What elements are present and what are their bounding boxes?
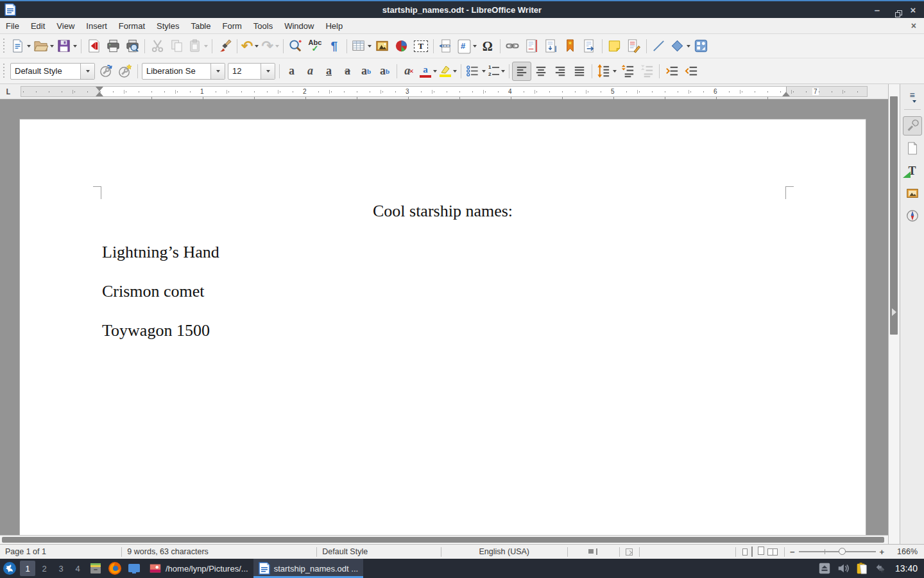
first-line-indent-marker[interactable] [96, 87, 103, 91]
firefox-launcher[interactable] [106, 560, 124, 577]
eject-icon[interactable] [818, 562, 831, 575]
menu-table[interactable]: Table [185, 19, 216, 33]
toolbar-grip[interactable] [2, 39, 6, 54]
clock[interactable]: 13:40 [893, 563, 918, 574]
file-manager-launcher[interactable] [87, 560, 105, 577]
show-draw-functions-button[interactable] [692, 37, 711, 56]
ruler-band[interactable]: 1 2 3 4 5 6 7 [21, 86, 868, 97]
task-button-pictures[interactable]: /home/lynp/Pictures/... [144, 559, 253, 578]
underline-button[interactable]: a [320, 62, 338, 81]
menu-file[interactable]: File [0, 19, 25, 33]
right-indent-marker[interactable] [782, 92, 790, 96]
print-button[interactable] [103, 37, 123, 56]
insert-footnote-button[interactable] [522, 37, 542, 56]
superscript-button[interactable]: ab [357, 62, 375, 81]
open-button[interactable] [32, 37, 55, 56]
applications-menu-button[interactable] [0, 561, 19, 575]
close-document-icon[interactable]: × [911, 21, 916, 31]
font-size-dropdown[interactable] [261, 64, 275, 79]
document-heading[interactable]: Cool starship names: [20, 202, 866, 221]
insert-mode-indicator[interactable] [568, 548, 619, 555]
toolbar-grip[interactable] [2, 64, 6, 79]
font-name-combo[interactable]: Liberation Se [142, 63, 225, 80]
font-size-combo[interactable]: 12 [228, 63, 275, 80]
zoom-slider-knob[interactable] [839, 548, 846, 555]
save-dropdown[interactable] [73, 45, 77, 48]
language-status[interactable]: English (USA) [441, 547, 567, 556]
book-view-button[interactable] [767, 548, 778, 556]
terminal-launcher[interactable] [125, 560, 143, 577]
sidebar-tab-navigator[interactable] [903, 206, 922, 225]
update-style-button[interactable] [96, 62, 116, 81]
strikethrough-button[interactable]: a [338, 62, 357, 81]
vertical-scrollbar[interactable] [888, 84, 900, 544]
document-line[interactable]: Crismon comet [102, 282, 205, 301]
align-right-button[interactable] [551, 62, 570, 81]
italic-button[interactable]: a [301, 62, 320, 81]
menu-tools[interactable]: Tools [248, 19, 278, 33]
sidebar-tab-styles[interactable]: T [903, 161, 922, 180]
highlight-dropdown[interactable] [453, 70, 457, 73]
zoom-level[interactable]: 166% [889, 547, 924, 556]
menu-form[interactable]: Form [216, 19, 247, 33]
font-size-value[interactable]: 12 [228, 64, 261, 79]
network-offline-icon[interactable] [874, 562, 887, 575]
new-document-dropdown[interactable] [27, 45, 31, 48]
insert-page-break-button[interactable] [436, 37, 456, 56]
volume-icon[interactable] [837, 562, 850, 575]
insert-hyperlink-button[interactable] [503, 37, 522, 56]
increase-paragraph-spacing-button[interactable] [618, 62, 637, 81]
paragraph-style-status[interactable]: Default Style [317, 547, 440, 556]
menu-help[interactable]: Help [320, 19, 348, 33]
menu-view[interactable]: View [51, 19, 80, 33]
left-indent-marker[interactable] [96, 92, 103, 96]
multi-page-view-button[interactable] [751, 547, 753, 557]
horizontal-scrollbar[interactable] [0, 535, 888, 544]
line-spacing-dropdown[interactable] [613, 70, 617, 73]
spelling-button[interactable]: Abc✓ [305, 37, 325, 56]
numbered-list-dropdown[interactable] [501, 70, 505, 73]
track-changes-button[interactable] [624, 37, 644, 56]
insert-cross-reference-button[interactable] [580, 37, 599, 56]
bullet-list-button[interactable] [464, 62, 487, 81]
clipboard-icon[interactable] [855, 562, 868, 575]
basic-shapes-button[interactable] [669, 37, 692, 56]
menu-insert[interactable]: Insert [80, 19, 113, 33]
insert-textbox-button[interactable]: T [411, 37, 431, 56]
zoom-in-button[interactable]: + [880, 547, 885, 557]
minimize-button[interactable]: – [871, 3, 883, 17]
workspace-3[interactable]: 3 [53, 561, 69, 576]
new-style-button[interactable] [116, 62, 135, 81]
single-page-view-button[interactable] [742, 548, 748, 556]
justify-button[interactable] [570, 62, 589, 81]
insert-bookmark-button[interactable] [561, 37, 580, 56]
workspace-4[interactable]: 4 [70, 561, 85, 576]
find-replace-button[interactable] [286, 37, 305, 56]
align-left-button[interactable] [512, 62, 531, 81]
insert-field-button[interactable]: # [456, 37, 478, 56]
clone-formatting-button[interactable] [215, 37, 234, 56]
formatting-marks-button[interactable]: ¶ [325, 37, 344, 56]
undo-dropdown[interactable] [255, 45, 259, 48]
clear-formatting-button[interactable]: a× [400, 62, 418, 81]
insert-image-button[interactable] [373, 37, 392, 56]
zoom-out-button[interactable]: − [790, 547, 795, 557]
menu-format[interactable]: Format [113, 19, 151, 33]
font-color-dropdown[interactable] [433, 70, 437, 73]
horizontal-scrollbar-thumb[interactable] [2, 537, 884, 543]
highlight-color-button[interactable] [438, 62, 458, 81]
insert-table-button[interactable] [350, 37, 373, 56]
page-count[interactable]: Page 1 of 1 [0, 547, 121, 556]
menu-edit[interactable]: Edit [25, 19, 51, 33]
zoom-slider-track[interactable] [799, 551, 876, 552]
special-character-button[interactable]: Ω [478, 37, 497, 56]
tab-stop-selector[interactable]: L [6, 87, 10, 96]
font-name-value[interactable]: Liberation Se [142, 64, 210, 79]
increase-indent-button[interactable] [662, 62, 681, 81]
basic-shapes-dropdown[interactable] [687, 45, 690, 48]
word-count[interactable]: 9 words, 63 characters [122, 547, 316, 556]
menu-styles[interactable]: Styles [151, 19, 185, 33]
document-line[interactable]: Lightning’s Hand [102, 243, 219, 262]
insert-table-dropdown[interactable] [368, 45, 372, 48]
insert-field-dropdown[interactable] [473, 45, 477, 48]
